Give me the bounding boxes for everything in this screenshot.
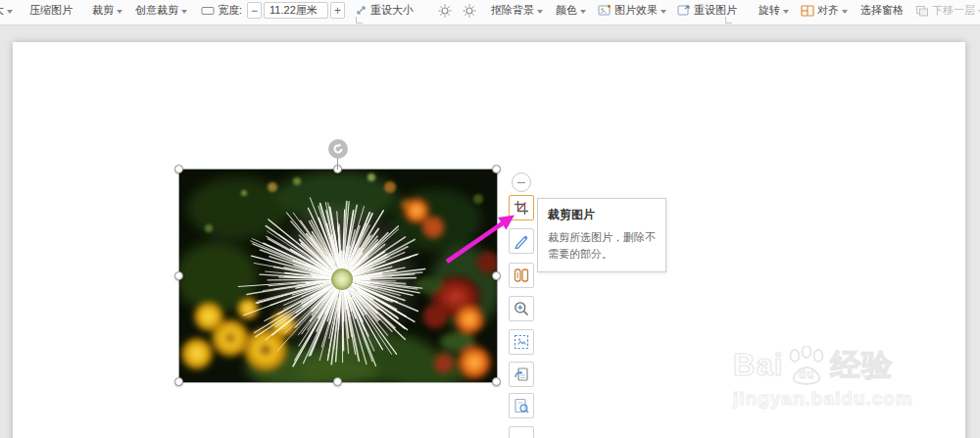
send-backward-icon	[915, 5, 929, 17]
resize-handle-top-left[interactable]	[174, 165, 183, 173]
resize-handle-bottom-right[interactable]	[492, 377, 501, 386]
resize-handle-middle-right[interactable]	[492, 271, 501, 280]
width-label: 宽度:	[218, 3, 242, 18]
more-side-button-partial[interactable]	[509, 426, 534, 438]
rotate-icon	[331, 142, 345, 156]
baidu-jingyan-watermark: Bai du 经验 jingyan.baidu.com	[733, 345, 968, 410]
width-group: 宽度: − 11.22厘米 +	[201, 3, 345, 18]
size-partial-label: 大	[0, 3, 4, 18]
selection-pane-button[interactable]: 选择窗格	[860, 3, 904, 18]
picture-effects-button[interactable]: 图片效果	[598, 3, 666, 18]
brightness-icon	[438, 4, 452, 18]
reset-picture-icon	[677, 4, 691, 17]
watermark-du-text: du	[799, 367, 815, 381]
reset-size-icon	[355, 4, 368, 17]
align-button[interactable]: 对齐	[801, 3, 848, 18]
layout-options-button[interactable]	[509, 263, 534, 288]
width-increase-button[interactable]: +	[330, 2, 345, 19]
selected-flower-image[interactable]	[179, 170, 497, 382]
chevron-down-icon	[181, 10, 187, 14]
resize-handle-middle-left[interactable]	[174, 271, 183, 280]
rotation-handle-connector	[337, 158, 338, 170]
contrast-icon	[463, 4, 476, 18]
creative-crop-button[interactable]: 创意裁剪	[135, 3, 187, 18]
dashed-frame-icon	[514, 334, 529, 350]
crop-tooltip: 裁剪图片 裁剪所选图片，删除不需要的部分。	[537, 198, 666, 272]
find-similar-picture-button[interactable]	[509, 393, 534, 418]
watermark-url: jingyan.baidu.com	[733, 388, 968, 410]
reset-picture-button[interactable]: 重设图片	[677, 3, 737, 18]
send-backward-button[interactable]: 下移一层	[915, 3, 980, 18]
toolbar-item-size-partial[interactable]: 大	[0, 3, 13, 18]
minus-icon	[517, 182, 525, 183]
paw-print-icon: du	[785, 346, 828, 385]
app-window: 大 压缩图片 裁剪 创意裁剪 宽度: − 11.22厘米 + 重设大小	[0, 0, 980, 438]
align-icon	[801, 5, 814, 17]
watermark-logo-line: Bai du 经验	[733, 345, 968, 386]
document-search-icon	[514, 398, 529, 414]
reset-size-button[interactable]: 重设大小	[355, 3, 414, 18]
rotation-handle[interactable]	[328, 139, 348, 159]
picture-tools-toolbar: 大 压缩图片 裁剪 创意裁剪 宽度: − 11.22厘米 + 重设大小	[0, 0, 980, 25]
width-decrease-button[interactable]: −	[247, 2, 262, 19]
zoom-in-icon	[514, 301, 529, 316]
document-arrow-icon	[514, 366, 529, 382]
beautify-pen-button[interactable]	[509, 228, 534, 254]
picture-effects-icon	[598, 4, 612, 17]
resize-handle-bottom-center[interactable]	[333, 377, 342, 386]
watermark-cn-text: 经验	[830, 345, 893, 386]
pen-icon	[514, 233, 529, 249]
layout-panels-icon	[514, 268, 529, 283]
rotate-button[interactable]: 旋转	[759, 3, 789, 18]
collapse-side-toolbar-button[interactable]	[512, 172, 531, 192]
chevron-down-icon	[661, 10, 666, 14]
zoom-picture-button[interactable]	[509, 296, 534, 321]
chevron-down-icon	[537, 10, 543, 14]
crop-picture-button[interactable]	[509, 195, 534, 220]
width-icon	[201, 5, 215, 17]
chevron-down-icon	[117, 10, 122, 14]
chevron-down-icon	[7, 10, 13, 14]
chevron-down-icon	[580, 10, 586, 14]
tooltip-body: 裁剪所选图片，删除不需要的部分。	[548, 229, 656, 263]
crop-menu-button[interactable]: 裁剪	[92, 3, 122, 18]
crop-icon	[514, 200, 529, 216]
save-as-picture-button[interactable]	[509, 362, 534, 387]
frame-select-button[interactable]	[509, 329, 534, 355]
brightness-up-button[interactable]	[438, 3, 452, 18]
remove-background-button[interactable]: 抠除背景	[491, 3, 543, 18]
resize-handle-top-right[interactable]	[492, 165, 501, 173]
watermark-bai-text: Bai	[733, 348, 783, 383]
chevron-down-icon	[842, 10, 848, 14]
tooltip-title: 裁剪图片	[548, 207, 656, 223]
chevron-down-icon	[783, 10, 789, 14]
contrast-button[interactable]	[463, 3, 476, 18]
color-button[interactable]: 颜色	[556, 3, 586, 18]
width-value-field[interactable]: 11.22厘米	[264, 2, 328, 19]
group-dialog-launcher[interactable]	[725, 17, 732, 24]
compress-picture-button[interactable]: 压缩图片	[29, 3, 73, 18]
group-dialog-launcher[interactable]	[356, 17, 363, 24]
resize-handle-bottom-left[interactable]	[174, 377, 183, 386]
